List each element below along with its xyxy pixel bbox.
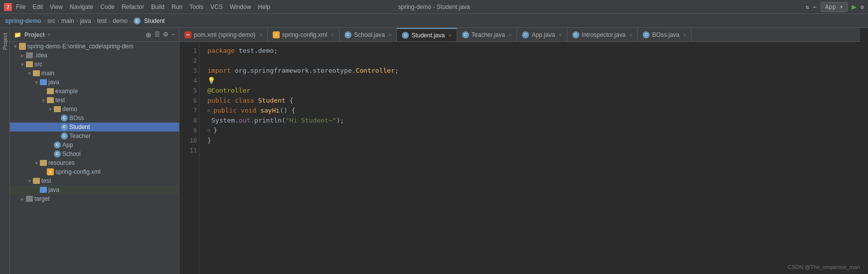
settings-icon[interactable]: ⚙	[861, 3, 864, 10]
breadcrumb-project[interactable]: spring-demo	[5, 17, 41, 24]
code-line-7: ⊖ public void sayHi() {	[207, 106, 852, 116]
menu-run[interactable]: Run	[172, 3, 182, 10]
code-line-6: public class Student {	[207, 96, 852, 106]
tab-close-pom[interactable]: ×	[259, 32, 262, 38]
code-editor[interactable]: 1 2 3 4 5 6 7 8 9 10 11 package test.dem…	[179, 42, 860, 274]
tab-student[interactable]: C Student.java ×	[397, 28, 457, 41]
tree-item-target[interactable]: ► target	[10, 194, 179, 203]
run-config-selector[interactable]: App ▾	[821, 2, 848, 12]
menu-build[interactable]: Build	[151, 3, 165, 10]
tab-icon-spring-config: x	[273, 31, 280, 38]
label-test-src: test	[41, 177, 51, 184]
breadcrumb-student[interactable]: Student	[144, 17, 165, 24]
tree-item-demo-folder[interactable]: ▼ demo	[10, 105, 179, 114]
breadcrumb-java[interactable]: java	[80, 17, 91, 24]
menu-vcs[interactable]: VCS	[210, 3, 223, 10]
sidebar-close-icon[interactable]: −	[172, 31, 175, 39]
tree-item-src[interactable]: ▼ src	[10, 60, 179, 69]
menu-window[interactable]: Window	[230, 3, 251, 10]
code-line-3: import org.springframework.stereotype.Co…	[207, 66, 852, 76]
menu-help[interactable]: Help	[258, 3, 270, 10]
tree-item-app[interactable]: C App	[10, 140, 179, 149]
sidebar-more-icon[interactable]: ⚙	[163, 31, 169, 39]
tab-close-introspector[interactable]: ×	[629, 32, 632, 38]
tab-icon-boss: C	[643, 31, 650, 38]
tree-item-test-folder[interactable]: ▼ test	[10, 96, 179, 105]
sidebar-collapse-icon[interactable]: ☰	[155, 31, 160, 39]
icon-java-test	[40, 187, 47, 193]
tab-label-student: Student.java	[411, 32, 445, 39]
icon-main	[33, 70, 40, 76]
breadcrumb-src[interactable]: src	[47, 17, 55, 24]
line-numbers: 1 2 3 4 5 6 7 8 9 10 11	[179, 42, 199, 274]
app-icon: J	[4, 3, 12, 11]
sidebar-title: Project	[24, 31, 45, 38]
watermark: CSDN @The_emperoor_man	[788, 264, 860, 270]
tree-item-school[interactable]: C School	[10, 149, 179, 158]
tab-app[interactable]: C App.java ×	[517, 28, 567, 41]
tree-item-boss[interactable]: C BOss	[10, 114, 179, 123]
tree-item-spring-config[interactable]: x spring-config.xml	[10, 167, 179, 176]
tab-label-boss: BOss.java	[652, 31, 680, 38]
tab-close-boss[interactable]: ×	[683, 32, 686, 38]
label-boss: BOss	[69, 115, 84, 122]
tab-introspector[interactable]: C Introspector.java ×	[567, 28, 638, 41]
label-demo-folder: demo	[62, 106, 77, 113]
tab-school[interactable]: C School.java ×	[340, 28, 397, 41]
tree-item-idea[interactable]: ► .idea	[10, 51, 179, 60]
code-line-9: ⊖ }	[207, 126, 852, 136]
menu-tools[interactable]: Tools	[189, 3, 203, 10]
arrow-test-folder: ▼	[40, 98, 47, 103]
breadcrumb-demo[interactable]: demo	[113, 17, 128, 24]
icon-test-folder	[47, 97, 54, 103]
tab-close-spring-config[interactable]: ×	[331, 32, 334, 38]
menu-file[interactable]: File	[16, 3, 25, 10]
menu-refactor[interactable]: Refactor	[122, 3, 144, 10]
tree-item-teacher[interactable]: C Teacher	[10, 132, 179, 140]
run-button[interactable]: ▶	[852, 2, 857, 11]
sidebar-dropdown[interactable]: ▾	[48, 32, 50, 37]
window-title: spring-demo - Student.java	[398, 3, 470, 10]
code-content[interactable]: package test.demo; import org.springfram…	[199, 42, 860, 274]
label-idea: .idea	[34, 52, 47, 59]
code-line-2	[207, 56, 852, 66]
menu-code[interactable]: Code	[100, 3, 115, 10]
menu-navigate[interactable]: Navigate	[70, 3, 93, 10]
tab-pom[interactable]: m pom.xml (spring-demo) ×	[179, 28, 268, 41]
tab-close-teacher[interactable]: ×	[509, 32, 512, 38]
arrow-idea: ►	[19, 53, 26, 58]
tree-item-java-main[interactable]: ▼ java	[10, 78, 179, 87]
vcs-icon[interactable]: ⇅	[806, 3, 809, 10]
tree-item-main[interactable]: ▼ main	[10, 69, 179, 78]
label-test-folder: test	[55, 97, 65, 104]
breadcrumb-main[interactable]: main	[61, 17, 74, 24]
tab-spring-config[interactable]: x spring-config.xml ×	[268, 28, 340, 41]
toolbar-right: ⇅ ← App ▾ ▶ ⚙	[806, 2, 864, 12]
tab-boss[interactable]: C BOss.java ×	[638, 28, 692, 41]
breadcrumb-test[interactable]: test	[97, 17, 107, 24]
back-icon[interactable]: ←	[813, 3, 817, 10]
icon-school: C	[54, 150, 61, 157]
icon-idea	[26, 52, 33, 58]
tab-teacher[interactable]: C Teacher.java ×	[457, 28, 518, 41]
menu-view[interactable]: View	[50, 3, 63, 10]
code-line-8: System.out.println("Hi Student~");	[207, 116, 852, 126]
label-example: example	[55, 88, 78, 95]
tree-item-example[interactable]: example	[10, 87, 179, 96]
tree-item-java-test[interactable]: java	[10, 185, 179, 194]
menu-edit[interactable]: Edit	[32, 3, 43, 10]
tree-item-student[interactable]: C Student	[10, 123, 179, 132]
sidebar-header: 📁 Project ▾ ⊕ ☰ ⚙ −	[10, 28, 179, 42]
label-src: src	[34, 61, 42, 68]
sidebar-add-icon[interactable]: ⊕	[146, 31, 152, 39]
project-sidebar: 📁 Project ▾ ⊕ ☰ ⚙ − ▼ spring-demo E:\onl…	[10, 28, 179, 274]
project-strip-label[interactable]: Project	[1, 30, 9, 53]
tab-close-school[interactable]: ×	[388, 32, 391, 38]
tab-close-app[interactable]: ×	[558, 32, 561, 38]
label-main: main	[41, 70, 54, 77]
tab-close-student[interactable]: ×	[448, 32, 451, 38]
tree-item-resources[interactable]: ▼ resources	[10, 158, 179, 167]
tree-item-test-src[interactable]: ▼ test	[10, 176, 179, 185]
tree-item-spring-demo[interactable]: ▼ spring-demo E:\online_code\spring-dem	[10, 42, 179, 51]
label-teacher: Teacher	[69, 133, 91, 139]
